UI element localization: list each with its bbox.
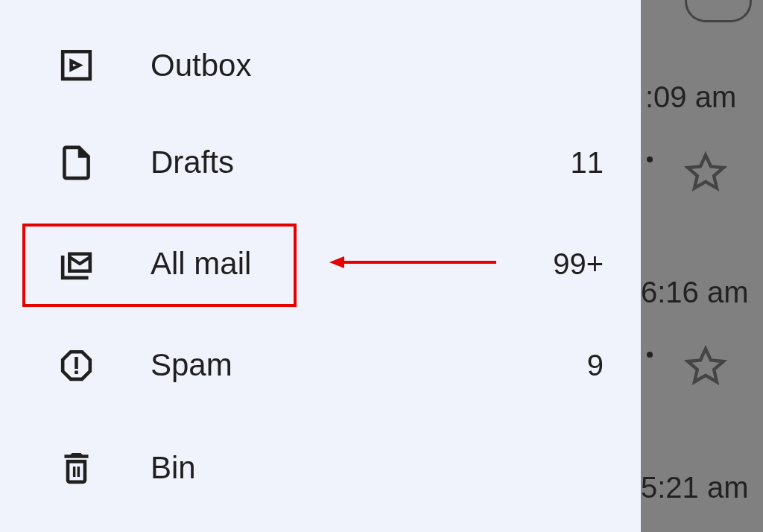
navigation-sidebar: Outbox Drafts 11 All mail 99+ Spam 9 Bin — [0, 0, 641, 532]
email-time-1: :09 am — [645, 80, 736, 114]
sidebar-item-spam[interactable]: Spam 9 — [0, 323, 641, 407]
sidebar-item-label: Bin — [151, 450, 604, 486]
all-mail-icon — [56, 244, 97, 285]
sidebar-item-bin[interactable]: Bin — [0, 426, 641, 510]
sidebar-item-label: Outbox — [151, 48, 604, 83]
button-fragment — [685, 0, 752, 22]
star-icon[interactable] — [684, 344, 727, 387]
drafts-icon — [56, 142, 97, 183]
spam-icon — [56, 345, 97, 386]
sidebar-item-outbox[interactable]: Outbox — [0, 19, 641, 112]
email-time-3: 5:21 am — [641, 471, 749, 504]
sidebar-item-drafts[interactable]: Drafts 11 — [0, 121, 641, 204]
dot — [647, 352, 653, 358]
email-time-2: 6:16 am — [641, 276, 749, 309]
sidebar-item-count: 99+ — [553, 247, 604, 281]
bin-icon — [56, 448, 97, 489]
sidebar-item-label: All mail — [151, 246, 553, 282]
sidebar-item-count: 9 — [587, 349, 604, 382]
sidebar-item-count: 11 — [571, 146, 604, 180]
sidebar-item-all-mail[interactable]: All mail 99+ — [0, 222, 641, 305]
dot — [647, 156, 653, 162]
sidebar-item-label: Spam — [151, 347, 587, 383]
star-icon[interactable] — [684, 151, 727, 194]
outbox-icon — [56, 45, 97, 86]
dimmed-background: :09 am 6:16 am 5:21 am — [641, 0, 763, 532]
sidebar-item-label: Drafts — [151, 145, 571, 180]
